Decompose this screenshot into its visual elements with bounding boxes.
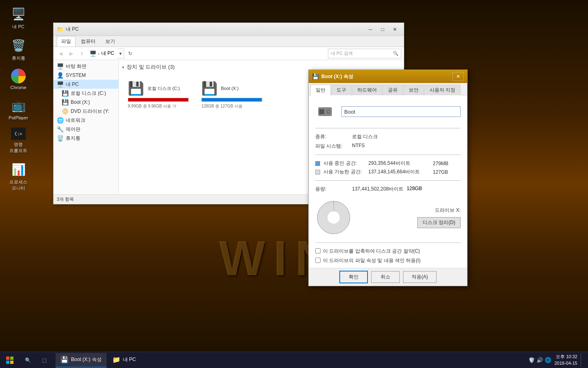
dialog-tab-share[interactable]: 공유 <box>383 85 403 95</box>
drive-name-input[interactable] <box>341 106 461 117</box>
dialog-tab-tools[interactable]: 도구 <box>331 85 352 95</box>
tab-computer[interactable]: 컴퓨터 <box>76 36 100 47</box>
window-controls: ─ □ ✕ <box>365 25 401 34</box>
status-text: 3개 항목 <box>57 196 74 202</box>
free-label: 사용 가능한 공간: <box>323 168 368 175</box>
potplayer-label: PotPlayer <box>9 115 28 120</box>
index-checkbox[interactable] <box>315 258 321 263</box>
start-button[interactable] <box>0 352 20 368</box>
dialog-tabs: 일반 도구 하드웨어 공유 보안 사용자 지정 <box>309 83 467 95</box>
sidebar-label-network: 네트워크 <box>66 117 85 124</box>
sidebar-label-system: SYSTEM <box>66 72 86 78</box>
boot-props-taskbar-icon: 💾 <box>60 356 69 364</box>
sidebar-label-mypc: 내 PC <box>66 81 79 88</box>
dialog-tab-security[interactable]: 보안 <box>403 85 424 95</box>
explorer-title-icon: 📁 <box>57 26 63 33</box>
fs-row: 파일 시스템: NTFS <box>315 143 461 150</box>
used-color-box <box>315 161 320 166</box>
drive-c-info: 로컬 디스크 (C:) <box>147 85 180 92</box>
svg-rect-7 <box>10 357 13 360</box>
taskbar-item-boot-props[interactable]: 💾 Boot (X:) 속성 <box>56 353 107 368</box>
disk-cleanup-button[interactable]: 디스크 정리(D) <box>417 217 461 228</box>
pie-chart-svg <box>315 199 352 236</box>
dialog-title-icon: 💾 <box>312 73 319 80</box>
dialog-tab-general[interactable]: 일반 <box>310 85 331 95</box>
drive-c-progress-container <box>128 98 189 102</box>
desktop-icon-recycle[interactable]: 🗑️ 휴지통 <box>4 36 33 63</box>
dialog-close-button[interactable]: ✕ <box>452 72 464 81</box>
sidebar-item-mypc[interactable]: 🖥️ 내 PC <box>53 80 118 89</box>
sidebar-item-boot-x[interactable]: 💾 Boot (X:) <box>53 98 118 107</box>
mypc-icon: 🖥️ <box>57 81 63 88</box>
svg-rect-8 <box>6 361 9 364</box>
desktop-icon-potplayer[interactable]: 📺 PotPlayer <box>4 96 33 122</box>
ok-button[interactable]: 확인 <box>339 271 368 283</box>
search-box[interactable]: 내 PC 검색 🔍 <box>328 49 401 58</box>
dialog-tab-hardware[interactable]: 하드웨어 <box>352 85 382 95</box>
tab-file[interactable]: 파일 <box>57 36 76 47</box>
ribbon: 파일 컴퓨터 보기 <box>53 36 404 47</box>
explorer-title-text: 내 PC <box>66 26 365 33</box>
show-desktop-button[interactable] <box>581 354 583 367</box>
drive-x-row: 💾 Boot (X:) <box>201 81 238 96</box>
close-button[interactable]: ✕ <box>389 25 401 34</box>
dialog-footer: 확인 취소 적용(A) <box>309 268 467 286</box>
minimize-button[interactable]: ─ <box>365 25 376 34</box>
sidebar-item-dvd-y[interactable]: 📀 DVD 드라이브 (Y: <box>53 107 118 116</box>
drive-c-item[interactable]: 💾 로컬 디스크 (C:) 9.99GB 중 9.96GB 사용 가 <box>126 79 192 111</box>
back-button[interactable]: ◀ <box>56 49 65 58</box>
forward-button[interactable]: ▶ <box>67 49 76 58</box>
clock-time: 오후 10:32 <box>555 354 577 360</box>
drive-x-icon: 💾 <box>201 81 218 96</box>
taskbar-right: 🛡️ 🔊 🌐 오후 10:32 2018-04-15 <box>523 354 588 367</box>
shield-icon: 🛡️ <box>528 357 535 363</box>
address-dropdown[interactable]: ▾ <box>118 49 124 58</box>
sidebar-label-control: 제어판 <box>66 126 80 133</box>
desktop-icon-process-monitor[interactable]: 📊 프로세스모니터 <box>4 159 33 193</box>
svg-rect-9 <box>10 361 13 364</box>
free-space-row: 사용 가능한 공간: 137,148,145,664바이트 127GB <box>315 168 461 175</box>
taskbar-search-button[interactable]: 🔍 <box>21 354 34 367</box>
total-label: 용량: <box>315 186 352 193</box>
sidebar-label-recycle: 휴지통 <box>66 135 80 142</box>
boot-props-taskbar-label: Boot (X:) 속성 <box>71 356 102 363</box>
used-mb: 279MB <box>433 161 448 166</box>
sidebar-item-control[interactable]: 🔧 제어판 <box>53 125 118 134</box>
dialog-tab-custom[interactable]: 사용자 지정 <box>424 85 461 95</box>
drive-x-item[interactable]: 💾 Boot (X:) 128GB 중 127GB 사용 <box>200 79 265 111</box>
sidebar-item-network[interactable]: 🌐 네트워크 <box>53 116 118 125</box>
sidebar-item-recycle[interactable]: 🗑️ 휴지통 <box>53 134 118 143</box>
speaker-icon[interactable]: 🔊 <box>537 357 543 363</box>
dialog-drive-header <box>315 102 461 121</box>
maximize-button[interactable]: □ <box>377 25 388 34</box>
checkbox-section: 이 드라이브를 압축하여 디스크 공간 절약(C) 이 드라이브의 파일 속성 … <box>315 248 461 264</box>
desktop-icon-chrome[interactable]: Chrome <box>4 67 33 92</box>
desktop-icon-cmd[interactable]: C:> 명령프롬프트 <box>4 126 33 155</box>
sidebar-label-boot-x: Boot (X:) <box>71 99 90 105</box>
sidebar-item-local-c[interactable]: 💾 로컬 디스크 (C:) <box>53 89 118 98</box>
sidebar-item-system[interactable]: 👤 SYSTEM <box>53 71 118 80</box>
task-view-button[interactable]: ⬚ <box>38 354 51 367</box>
chrome-icon <box>11 69 26 83</box>
tab-view[interactable]: 보기 <box>101 36 120 47</box>
drive-icon-svg <box>317 103 333 120</box>
taskbar-clock[interactable]: 오후 10:32 2018-04-15 <box>555 354 577 366</box>
up-button[interactable]: ↑ <box>77 49 86 58</box>
apply-button[interactable]: 적용(A) <box>403 271 437 283</box>
index-label: 이 드라이브의 파일 속성 및 내용 색인 허용(I) <box>323 257 421 264</box>
drive-c-row: 💾 로컬 디스크 (C:) <box>128 81 180 96</box>
cancel-button[interactable]: 취소 <box>371 271 400 283</box>
clock-date: 2018-04-15 <box>555 360 577 366</box>
svg-point-3 <box>328 111 329 112</box>
sidebar-item-desktop[interactable]: 🖥️ 바탕 화면 <box>53 62 118 71</box>
sidebar-label-dvd-y: DVD 드라이브 (Y: <box>71 108 109 115</box>
network-tray-icon[interactable]: 🌐 <box>545 357 551 363</box>
desktop-icon-my-pc[interactable]: 🖥️ 내 PC <box>4 4 33 31</box>
windows-logo-icon <box>6 357 13 364</box>
search-placeholder: 내 PC 검색 <box>331 50 353 56</box>
taskbar-item-my-pc[interactable]: 📁 내 PC <box>107 353 141 368</box>
refresh-button[interactable]: ↻ <box>126 49 135 58</box>
pie-container: 드라이브 X: 디스크 정리(D) <box>315 199 461 236</box>
address-bar: ◀ ▶ ↑ 🖥️ › 내 PC ▾ ↻ 내 PC 검색 🔍 <box>53 47 404 60</box>
compress-checkbox[interactable] <box>315 248 321 254</box>
